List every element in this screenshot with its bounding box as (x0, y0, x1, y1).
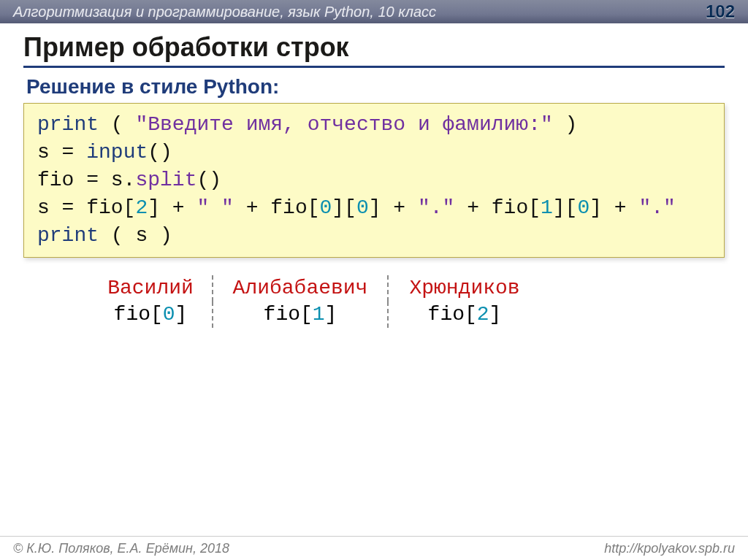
name-part-1: Алибабаевич (233, 277, 368, 299)
slide-content: Пример обработки строк Решение в стиле P… (0, 23, 748, 328)
code-line-1: print ( "Введите имя, отчество и фамилию… (37, 113, 577, 136)
name-part-2: Хрюндиков (409, 277, 519, 299)
footer-url: http://kpolyakov.spb.ru (604, 537, 735, 560)
slide-footer: © К.Ю. Поляков, Е.А. Ерёмин, 2018 http:/… (0, 536, 748, 560)
code-line-2: s = input() (37, 141, 172, 164)
page-number: 102 (706, 0, 735, 23)
slide-title: Пример обработки строк (23, 32, 725, 63)
name-part-0: Василий (107, 277, 194, 299)
split-diagram: Василий Алибабаевич Хрюндиков fio[0] fio… (23, 275, 725, 328)
title-rule (23, 66, 725, 68)
idx-label-0: fio[0] (114, 303, 188, 326)
slide-header: Алгоритмизация и программирование, язык … (0, 0, 748, 23)
split-indices-row: fio[0] fio[1] fio[2] (89, 302, 725, 328)
code-line-4: s = fio[2] + " " + fio[0][0] + "." + fio… (37, 196, 676, 219)
code-line-3: fio = s.split() (37, 169, 221, 191)
idx-label-1: fio[1] (264, 303, 337, 326)
code-line-5: print ( s ) (37, 224, 172, 247)
split-names-row: Василий Алибабаевич Хрюндиков (89, 275, 725, 302)
header-title: Алгоритмизация и программирование, язык … (13, 0, 436, 23)
idx-label-2: fio[2] (428, 303, 502, 326)
code-block: print ( "Введите имя, отчество и фамилию… (23, 103, 725, 258)
footer-copyright: © К.Ю. Поляков, Е.А. Ерёмин, 2018 (13, 541, 229, 556)
slide-subtitle: Решение в стиле Python: (26, 75, 725, 99)
